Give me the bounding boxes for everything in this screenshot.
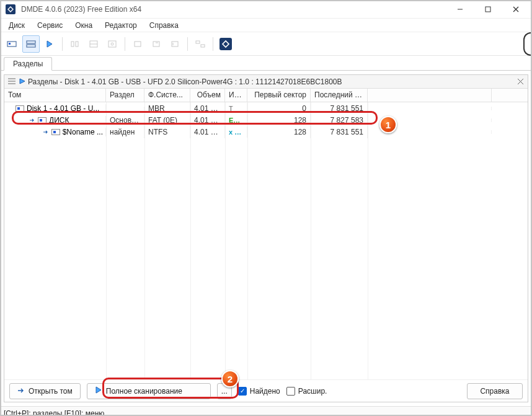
menu-service[interactable]: Сервис <box>31 20 69 31</box>
menu-help[interactable]: Справка <box>143 20 185 31</box>
tb-play-icon[interactable] <box>41 35 58 53</box>
svg-rect-8 <box>27 45 35 47</box>
tb-tool6-icon[interactable] <box>166 35 184 53</box>
svg-rect-6 <box>9 43 11 45</box>
col-fs[interactable]: Ф.Систе... <box>144 89 190 102</box>
found-label: Найдено <box>250 387 280 396</box>
svg-rect-16 <box>153 42 159 46</box>
tb-logo-icon[interactable] <box>217 35 234 53</box>
tb-partitions-icon[interactable] <box>22 35 40 53</box>
partitions-grid[interactable]: Том Раздел Ф.Систе... Объем Ин... Первый… <box>4 89 528 379</box>
panel-title: Разделы - Disk 1 - 4.01 GB - USB - UFD 2… <box>28 77 342 86</box>
help-button[interactable]: Справка <box>467 383 523 399</box>
help-label: Справка <box>480 387 509 396</box>
menu-disk[interactable]: Диск <box>2 20 31 31</box>
tb-open-disk-icon[interactable] <box>4 35 21 53</box>
cell-part: найден <box>106 126 144 138</box>
svg-rect-20 <box>196 41 200 43</box>
cell-vol: 4.01 GB <box>190 114 225 126</box>
cell-rest <box>368 107 492 110</box>
ext-label: Расшир. <box>298 387 327 396</box>
cell-vol: 4.01 GB <box>190 126 225 138</box>
window-title: DMDE 4.0.6 (2023) Free Edition x64 <box>21 5 141 14</box>
table-row[interactable]: ДИСКОсновн...FAT (0E)4.01 GBEB F1287 827… <box>4 114 528 126</box>
title-bar: DMDE 4.0.6 (2023) Free Edition x64 <box>0 0 532 19</box>
svg-rect-7 <box>27 41 35 43</box>
cell-ind: x CF <box>225 126 247 138</box>
full-scan-button[interactable]: Полное сканирование <box>87 383 211 399</box>
ext-checkbox[interactable]: Расшир. <box>286 387 327 396</box>
window-controls <box>446 1 530 18</box>
cell-tom: $Noname ... <box>4 128 106 136</box>
checkbox-icon <box>286 387 295 396</box>
status-bar: [Ctrl+P]: разделы [F10]: меню <box>0 406 532 416</box>
open-volume-button[interactable]: Открыть том <box>9 383 81 399</box>
cell-tom: Disk 1 - 4.01 GB - U... <box>4 104 106 113</box>
toolbar-overflow <box>523 32 532 56</box>
close-button[interactable] <box>502 1 530 18</box>
play-icon <box>19 77 25 86</box>
col-last[interactable]: Последний с... <box>311 89 368 102</box>
svg-rect-22 <box>219 38 232 50</box>
svg-rect-15 <box>135 42 141 46</box>
cell-last: 7 827 583 <box>311 114 368 126</box>
cell-fs: FAT (0E) <box>144 114 190 126</box>
arrow-right-icon <box>17 387 25 396</box>
tom-label: $Noname ... <box>63 128 103 136</box>
tom-label: ДИСК <box>49 116 69 125</box>
drive-icon <box>38 117 47 123</box>
open-volume-label: Открыть том <box>29 387 73 396</box>
tb-tool3-icon[interactable] <box>104 35 121 53</box>
col-tom[interactable]: Том <box>4 89 106 102</box>
tab-strip: Разделы <box>0 56 532 71</box>
maximize-button[interactable] <box>474 1 502 18</box>
cell-vol: 4.01 GB <box>190 102 225 115</box>
svg-rect-21 <box>201 45 205 47</box>
grid-header: Том Раздел Ф.Систе... Объем Ин... Первый… <box>4 89 528 102</box>
cell-first: 128 <box>247 114 311 126</box>
tb-tool7-icon[interactable] <box>192 35 209 53</box>
cell-rest <box>368 118 492 122</box>
cell-part: Основн... <box>106 114 144 126</box>
table-row[interactable]: Disk 1 - 4.01 GB - U...MBR4.01 GBT07 831… <box>4 102 528 114</box>
menu-bar: Диск Сервис Окна Редактор Справка <box>0 19 532 32</box>
svg-point-14 <box>111 43 113 45</box>
col-rest <box>368 89 492 102</box>
found-checkbox[interactable]: ✓ Найдено <box>238 387 280 396</box>
drive-icon <box>51 129 60 135</box>
separator <box>62 37 63 51</box>
menu-windows[interactable]: Окна <box>69 20 99 31</box>
col-first[interactable]: Первый сектор <box>247 89 311 102</box>
menu-editor[interactable]: Редактор <box>99 20 143 31</box>
more-button[interactable]: ... <box>217 383 232 399</box>
panel-close-button[interactable] <box>515 77 525 87</box>
play-icon <box>95 386 102 396</box>
svg-rect-13 <box>109 41 116 47</box>
panel-bottom-bar: Открыть том Полное сканирование ... ✓ На… <box>4 379 528 402</box>
col-part[interactable]: Раздел <box>106 89 144 102</box>
tb-tool4-icon[interactable] <box>129 35 146 53</box>
tom-label: Disk 1 - 4.01 GB - U... <box>27 104 99 113</box>
status-text: [Ctrl+P]: разделы [F10]: меню <box>4 409 104 417</box>
drive-icon <box>16 105 24 112</box>
full-scan-label: Полное сканирование <box>106 387 182 396</box>
arrow-right-icon <box>43 129 49 135</box>
cell-last: 7 831 551 <box>311 126 368 138</box>
separator <box>187 37 188 51</box>
minimize-button[interactable] <box>446 1 474 18</box>
separator <box>125 37 125 51</box>
col-vol[interactable]: Объем <box>190 89 225 102</box>
tb-tool5-icon[interactable] <box>148 35 165 53</box>
cell-rest <box>368 130 492 134</box>
partitions-panel: Разделы - Disk 1 - 4.01 GB - USB - UFD 2… <box>4 74 528 402</box>
tab-partitions[interactable]: Разделы <box>4 57 52 71</box>
panel-header: Разделы - Disk 1 - 4.01 GB - USB - UFD 2… <box>4 75 528 89</box>
table-row[interactable]: $Noname ...найденNTFS4.01 GBx CF1287 831… <box>4 126 528 138</box>
cell-fs: MBR <box>144 102 190 115</box>
app-logo-icon <box>5 4 16 15</box>
tb-tool1-icon[interactable] <box>66 35 84 53</box>
cell-first: 128 <box>247 126 311 138</box>
col-ind[interactable]: Ин... <box>225 89 247 102</box>
tb-tool2-icon[interactable] <box>85 35 102 53</box>
toolbar <box>0 32 532 56</box>
